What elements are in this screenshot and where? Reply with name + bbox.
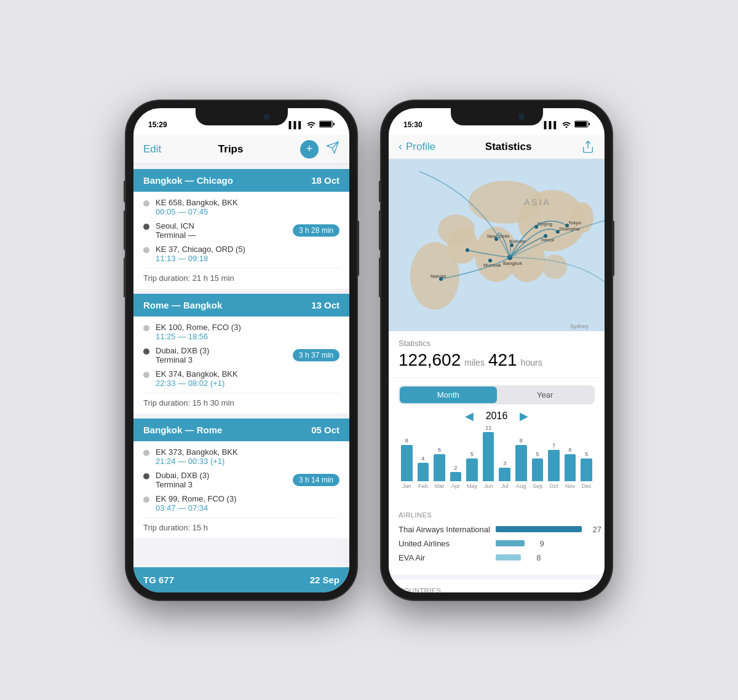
bar-value-oct: 7 — [552, 442, 555, 449]
flight-row-1b: Seoul, ICN Terminal — 3 h 28 min — [143, 221, 339, 240]
add-trip-button[interactable]: + — [300, 140, 319, 159]
bar-month-dec: Dec — [582, 483, 592, 489]
nav-bar-left: Edit Trips + — [133, 135, 349, 164]
battery-icon — [319, 120, 335, 129]
bottom-bar: TG 677 22 Sep — [133, 567, 349, 592]
countries-heading: COUNTRIES — [399, 587, 595, 592]
year-nav: ◀ 2016 ▶ — [389, 409, 605, 423]
trip-card-1: Bangkok — Chicago 18 Oct KE 658, Bangkok… — [133, 169, 349, 289]
send-icon[interactable] — [326, 141, 339, 157]
next-year-button[interactable]: ▶ — [520, 409, 528, 423]
share-button[interactable] — [581, 140, 595, 154]
trip-header-2: Rome — Bangkok 13 Oct — [133, 294, 349, 317]
layover-terminal-1: Terminal — — [156, 230, 293, 240]
bar-value-jul: 3 — [503, 460, 506, 466]
svg-text:ASIA: ASIA — [524, 197, 551, 207]
stats-hours: 421 — [488, 350, 517, 370]
layover-terminal-2: Terminal 3 — [156, 355, 293, 364]
bottom-date: 22 Sep — [310, 575, 339, 585]
flight-info-1a: KE 658, Bangkok, BKK 00:05 — 07:45 — [156, 198, 339, 216]
trip-header-1: Bangkok — Chicago 18 Oct — [133, 169, 349, 192]
trip-route-2: Rome — Bangkok — [143, 300, 222, 310]
airlines-list: Thai Airways International 27 United Air… — [399, 525, 595, 562]
airline-row: Thai Airways International 27 — [399, 525, 595, 534]
trips-title: Trips — [218, 143, 244, 155]
bar-rect-apr — [450, 472, 462, 481]
statistics-title: Statistics — [485, 141, 532, 153]
trip-card-2: Rome — Bangkok 13 Oct EK 100, Rome, FCO … — [133, 294, 349, 414]
bar-value-mar: 6 — [438, 447, 441, 453]
countries-section: COUNTRIES Thailand 29 — [389, 580, 605, 592]
bar-rect-sep — [532, 458, 544, 481]
dot-3c — [143, 497, 149, 503]
flight-row-2b: Dubai, DXB (3) Terminal 3 3 h 37 min — [143, 346, 339, 364]
svg-text:Tokyo: Tokyo — [568, 220, 581, 226]
flight-time-3c: 03:47 — 07:34 — [156, 503, 339, 513]
prev-year-button[interactable]: ◀ — [465, 409, 474, 423]
airline-bar — [496, 540, 525, 546]
airline-row: United Airlines 9 — [399, 539, 595, 548]
flight-name-1a: KE 658, Bangkok, BKK — [156, 198, 339, 207]
signal-icon-r: ▌▌▌ — [544, 121, 558, 128]
stats-hours-unit: hours — [521, 358, 542, 368]
bar-col-mar: 6 Mar — [431, 447, 448, 489]
flight-info-3a: EK 373, Bangkok, BKK 21:24 — 00:33 (+1) — [156, 447, 339, 466]
nav-icons: + — [300, 140, 339, 159]
svg-text:Sydney: Sydney — [570, 323, 589, 329]
airline-name: United Airlines — [399, 539, 491, 548]
layover-terminal-3: Terminal 3 — [156, 480, 293, 489]
month-tab[interactable]: Month — [400, 387, 497, 403]
bar-value-dec: 5 — [585, 451, 588, 457]
layover-city-3: Dubai, DXB (3) — [156, 471, 293, 480]
flight-info-2c: EK 374, Bangkok, BKK 22:33 — 08:02 (+1) — [156, 369, 339, 388]
dot-1a — [143, 200, 149, 206]
dot-1b — [143, 224, 149, 230]
dot-2b — [143, 348, 149, 355]
svg-point-18 — [542, 254, 567, 279]
flight-row-3a: EK 373, Bangkok, BKK 21:24 — 00:33 (+1) — [143, 447, 339, 466]
stats-section: Statistics 122,602 miles 421 hours — [389, 331, 605, 378]
bar-col-jan: 8 Jan — [399, 438, 415, 489]
svg-rect-1 — [320, 122, 331, 127]
status-time-left: 15:29 — [148, 120, 167, 129]
wifi-icon — [306, 120, 316, 129]
flight-row-3c: EK 99, Rome, FCO (3) 03:47 — 07:34 — [143, 494, 339, 513]
status-icons-right: ▌▌▌ — [544, 120, 590, 129]
trip-route-1: Bangkok — Chicago — [143, 175, 233, 186]
flight-name-1c: KE 37, Chicago, ORD (5) — [156, 245, 339, 254]
trip-duration-1: Trip duration: 21 h 15 min — [143, 268, 339, 283]
bar-rect-feb — [418, 463, 429, 481]
right-phone: 15:30 ▌▌▌ ‹ Profile Statistics — [381, 101, 612, 600]
trip-duration-3: Trip duration: 15 h — [143, 517, 339, 532]
bar-rect-may — [466, 458, 478, 481]
bar-chart: 8 Jan 4 Feb 6 Mar 2 Apr 5 May 11 Jun 3 J… — [389, 428, 605, 494]
airline-count: 8 — [526, 553, 541, 562]
trip-date-2: 13 Oct — [311, 300, 339, 310]
flight-info-1c: KE 37, Chicago, ORD (5) 11:13 — 09:18 — [156, 245, 339, 263]
bar-rect-jan — [401, 445, 413, 481]
year-tab[interactable]: Year — [497, 387, 594, 403]
edit-button[interactable]: Edit — [143, 143, 161, 155]
flight-row-3b: Dubai, DXB (3) Terminal 3 3 h 14 min — [143, 471, 339, 489]
status-time-right: 15:30 — [403, 120, 423, 129]
bar-value-jan: 8 — [405, 438, 408, 444]
signal-icon: ▌▌▌ — [289, 121, 303, 128]
stats-numbers: 122,602 miles 421 hours — [399, 350, 595, 370]
flight-time-2c: 22:33 — 08:02 (+1) — [156, 379, 339, 388]
bar-rect-jul — [499, 468, 510, 481]
bar-value-sep: 5 — [536, 451, 539, 457]
bar-col-aug: 8 Aug — [513, 438, 530, 489]
trips-list: Bangkok — Chicago 18 Oct KE 658, Bangkok… — [133, 164, 349, 567]
bar-month-jan: Jan — [402, 483, 411, 489]
back-button[interactable]: ‹ Profile — [399, 140, 435, 153]
svg-text:Bangkok: Bangkok — [503, 261, 523, 266]
airline-count: 27 — [587, 525, 601, 534]
status-icons-left: ▌▌▌ — [289, 120, 335, 129]
dot-2a — [143, 325, 149, 331]
svg-rect-2 — [333, 123, 335, 125]
trip-header-3: Bangkok — Rome 05 Oct — [133, 419, 349, 441]
layover-city-2: Dubai, DXB (3) — [156, 346, 293, 355]
dot-1c — [143, 247, 149, 253]
flight-time-3a: 21:24 — 00:33 (+1) — [156, 457, 339, 466]
bar-col-feb: 4 Feb — [415, 455, 432, 489]
